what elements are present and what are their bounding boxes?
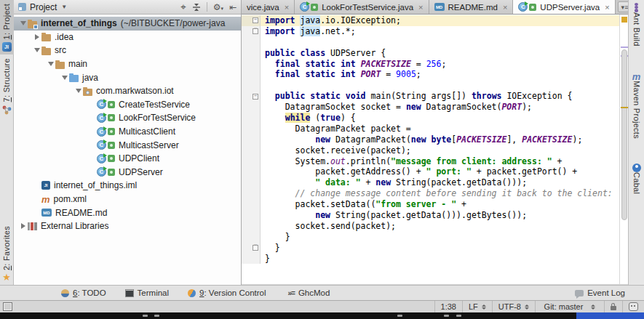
close-icon[interactable]: × [285, 3, 289, 12]
code-text[interactable] [261, 37, 619, 48]
class-icon: C [97, 127, 115, 137]
class-icon: C [97, 100, 115, 109]
highlighting-level-button[interactable] [622, 301, 644, 312]
fold-marker-end[interactable]: ‾ [253, 245, 258, 251]
tree-item-internet-of-things[interactable]: internet_of_things(~/BITBUCKET/power-jav… [14, 17, 241, 31]
code-text[interactable] [261, 80, 619, 91]
locate-icon[interactable]: ⌖ [180, 1, 186, 13]
tree-item-pom-xml[interactable]: mpom.xml [14, 193, 241, 206]
settings-gear-icon[interactable]: ⚙▾ [213, 2, 223, 12]
fold-marker-end[interactable]: ‾ [253, 28, 258, 34]
tree-item-src[interactable]: src [14, 44, 241, 57]
vcs-branch-selector[interactable]: Git: master [535, 301, 604, 312]
tree-item-label: MulticastServer [119, 140, 179, 150]
tree-expand-arrow[interactable] [18, 21, 28, 25]
code-text[interactable]: public class UDPServer { [261, 48, 619, 59]
tree-item-internet-of-things-iml[interactable]: JIinternet_of_things.iml [14, 179, 241, 193]
tab-vice-java[interactable]: vice.java× [242, 0, 295, 14]
updown-icon [525, 304, 529, 310]
code-text[interactable]: new String(packet.getData())).getBytes()… [261, 210, 619, 221]
folder-icon [55, 62, 65, 69]
tree-item-multicastclient[interactable]: CMulticastClient [14, 125, 241, 139]
close-icon[interactable]: × [418, 3, 423, 12]
code-text[interactable]: // change message content before sending… [261, 188, 619, 199]
fold-marker-start[interactable]: − [253, 94, 258, 100]
code-text[interactable]: packet.getAddress() + " port: " + packet… [261, 166, 619, 177]
tree-expand-arrow[interactable] [60, 76, 69, 80]
tree-item-lookfortestservice[interactable]: CLookForTestService [14, 111, 241, 125]
tree-expand-arrow[interactable] [46, 62, 55, 66]
dropdown-caret-icon[interactable]: ▼ [61, 4, 67, 10]
dock-item [143, 315, 148, 317]
code-text[interactable]: } [261, 243, 619, 254]
tree-expand-arrow[interactable] [18, 223, 28, 229]
tree-expand-arrow[interactable] [32, 34, 41, 40]
chevron-down-icon [20, 21, 26, 25]
code-text[interactable]: new DatagramPacket(new byte[PACKETSIZE],… [261, 134, 619, 145]
project-panel-title[interactable]: Project [30, 2, 57, 12]
close-icon[interactable]: × [503, 3, 507, 12]
code-text[interactable]: " data: " + new String(packet.getData())… [261, 177, 619, 188]
tool-window-button-version-control[interactable]: 9: Version Control [188, 288, 266, 297]
editor-gutter [242, 102, 261, 113]
code-line-17: // change message content before sending… [242, 188, 619, 199]
editor-gutter [242, 37, 261, 48]
tree-item-multicastserver[interactable]: CMulticastServer [14, 138, 241, 152]
event-log-button[interactable]: Event Log [575, 288, 625, 297]
tool-window-button-terminal[interactable]: Terminal [125, 288, 169, 297]
tool-stripe-button-cabal[interactable]: Cabal [632, 161, 641, 197]
code-text[interactable]: import java.io.IOException; [261, 15, 619, 26]
inspection-status-icon[interactable] [621, 17, 627, 23]
tree-item-createtestservice[interactable]: CCreateTestService [14, 98, 241, 112]
caret-position[interactable]: 1:38 [434, 301, 462, 312]
readonly-lock-toggle[interactable] [604, 301, 622, 312]
code-text[interactable]: DatagramSocket socket = new DatagramSock… [261, 102, 619, 113]
project-tree: internet_of_things(~/BITBUCKET/power-jav… [14, 15, 241, 286]
tool-window-button-todo[interactable]: 6: TODO [61, 288, 106, 297]
tree-expand-arrow[interactable] [73, 89, 83, 93]
chevron-down-icon [48, 62, 54, 66]
encoding-selector[interactable]: UTF-8 [492, 301, 535, 312]
fold-marker-start[interactable]: − [253, 17, 258, 23]
tool-stripe-button-favorites[interactable]: 2: Favorites★ [0, 222, 14, 285]
code-text[interactable]: } [261, 254, 619, 265]
tool-stripe-button-ant-build[interactable]: Ant Build [632, 0, 641, 49]
tree-item-udpserver[interactable]: CUDPServer [14, 166, 241, 179]
tree-item-main[interactable]: main [14, 57, 241, 71]
tab-lookfortestservice-java[interactable]: CLookForTestService.java× [295, 0, 429, 14]
tool-stripe-button-structure[interactable]: 7: Structure [0, 54, 14, 117]
tool-stripe-button-project[interactable]: 1: ProjectJI [0, 0, 14, 54]
collapse-all-icon[interactable] [192, 3, 201, 12]
tree-item-java[interactable]: java [14, 70, 241, 84]
code-text[interactable]: import java.net.*; [261, 26, 619, 37]
tree-item-external-libraries[interactable]: External Libraries [14, 219, 241, 233]
tree-item-udpclient[interactable]: CUDPClient [14, 152, 241, 166]
dock-item [397, 315, 402, 317]
toggle-stripes-icon[interactable] [3, 302, 12, 311]
tree-item-idea[interactable]: .idea [14, 31, 241, 44]
code-text[interactable]: while (true) { [261, 113, 619, 124]
code-text[interactable]: public static void main(String args[]) t… [261, 91, 619, 102]
code-text[interactable]: socket.receive(packet); [261, 145, 619, 156]
code-text[interactable]: System.out.println("message from client:… [261, 156, 619, 167]
scrollbar-thumb[interactable] [621, 49, 627, 220]
code-text[interactable]: final static int PACKETSIZE = 256; [261, 59, 619, 70]
tree-item-readme-md[interactable]: MDREADME.md [14, 206, 241, 219]
tool-window-bar: 6: TODOTerminal9: Version Control»=GhcMo… [0, 285, 644, 300]
tab-readme-md[interactable]: MDREADME.md× [429, 0, 514, 14]
hide-panel-icon[interactable]: ⇤ [229, 2, 236, 12]
close-icon[interactable]: × [605, 3, 609, 12]
code-text[interactable]: final static int PORT = 9005; [261, 69, 619, 80]
code-text[interactable]: DatagramPacket packet = [261, 124, 619, 134]
line-separator-selector[interactable]: LF [462, 301, 492, 312]
tree-item-com-markwatson-iot[interactable]: com.markwatson.iot [14, 84, 241, 98]
code-text[interactable]: } [261, 232, 619, 243]
code-text[interactable]: packet.setData(("from server - " + [261, 199, 619, 210]
class-c-icon: C [300, 2, 309, 12]
tab-udpserver-java[interactable]: CUDPServer.java× [513, 0, 615, 14]
tool-stripe-button-maven-projects[interactable]: mMaven Projects [632, 70, 641, 142]
code-text[interactable]: socket.send(packet); [261, 221, 619, 232]
tool-window-button-ghcmod[interactable]: »=GhcMod [288, 288, 330, 297]
code-editor[interactable]: −import java.io.IOException;‾import java… [242, 15, 619, 284]
tree-expand-arrow[interactable] [32, 48, 41, 52]
